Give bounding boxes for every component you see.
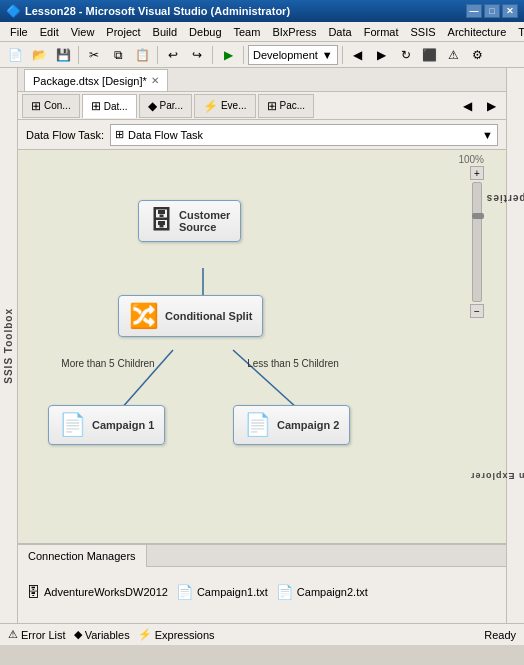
menu-edit[interactable]: Edit <box>34 24 65 40</box>
window-buttons[interactable]: — □ ✕ <box>466 4 518 18</box>
campaign1-box[interactable]: 📄 Campaign 1 <box>48 405 165 445</box>
new-project-button[interactable]: 📄 <box>4 44 26 66</box>
open-button[interactable]: 📂 <box>28 44 50 66</box>
conn-item-campaign1[interactable]: 📄 Campaign1.txt <box>176 584 268 600</box>
zoom-out-button[interactable]: − <box>470 304 484 318</box>
customer-source-box[interactable]: 🗄 Customer Source <box>138 200 241 242</box>
start-button[interactable]: ▶ <box>217 44 239 66</box>
document-tab-close[interactable]: ✕ <box>151 75 159 86</box>
tab-control-flow[interactable]: ⊞ Con... <box>22 94 80 118</box>
expressions-tab[interactable]: ⚡ Expressions <box>138 628 215 641</box>
close-button[interactable]: ✕ <box>502 4 518 18</box>
database-source-icon: 🗄 <box>149 207 173 235</box>
variables-icon: ◆ <box>74 628 82 641</box>
menu-data[interactable]: Data <box>322 24 357 40</box>
separator-5 <box>342 46 343 64</box>
toolbar-1: 📄 📂 💾 ✂ ⧉ 📋 ↩ ↪ ▶ Development ▼ ◀ ▶ ↻ ⬛ … <box>0 42 524 68</box>
title-text: Lesson28 - Microsoft Visual Studio (Admi… <box>25 5 466 17</box>
data-flow-icon: ⊞ <box>91 99 101 113</box>
adventureworks-icon: 🗄 <box>26 584 40 600</box>
ssis-toolbox-panel[interactable]: SSIS Toolbox <box>0 68 18 623</box>
document-tab[interactable]: Package.dtsx [Design]* ✕ <box>24 69 168 91</box>
separator-1 <box>78 46 79 64</box>
menu-ssis[interactable]: SSIS <box>405 24 442 40</box>
save-button[interactable]: 💾 <box>52 44 74 66</box>
menu-bar: File Edit View Project Build Debug Team … <box>0 22 524 42</box>
menu-test[interactable]: Test <box>512 24 524 40</box>
conn-item-adventureworks[interactable]: 🗄 AdventureWorksDW2012 <box>26 584 168 600</box>
conditional-split-label: Conditional Split <box>165 310 252 322</box>
adventureworks-label: AdventureWorksDW2012 <box>44 586 168 598</box>
expressions-icon: ⚡ <box>138 628 152 641</box>
task-dropdown[interactable]: ⊞ Data Flow Task ▼ <box>110 124 498 146</box>
configuration-dropdown[interactable]: Development ▼ <box>248 45 338 65</box>
design-canvas[interactable]: 🗄 Customer Source 🔀 Conditional Split Mo… <box>18 150 506 543</box>
settings-button[interactable]: ⚙ <box>467 44 489 66</box>
tab-parameters[interactable]: ◆ Par... <box>139 94 192 118</box>
menu-file[interactable]: File <box>4 24 34 40</box>
redo-button[interactable]: ↪ <box>186 44 208 66</box>
menu-format[interactable]: Format <box>358 24 405 40</box>
tab-data-flow[interactable]: ⊞ Dat... <box>82 94 137 118</box>
stop-button[interactable]: ⬛ <box>419 44 441 66</box>
campaign1-conn-icon: 📄 <box>176 584 193 600</box>
document-tab-label: Package.dtsx [Design]* <box>33 75 147 87</box>
campaign2-conn-icon: 📄 <box>276 584 293 600</box>
campaign1-component[interactable]: 📄 Campaign 1 <box>48 405 165 445</box>
variables-label: Variables <box>85 629 130 641</box>
right-panel: Properties Solution Explorer <box>506 68 524 623</box>
menu-build[interactable]: Build <box>147 24 183 40</box>
zoom-track[interactable] <box>472 182 482 302</box>
vs-icon: 🔷 <box>6 4 21 18</box>
separator-2 <box>157 46 158 64</box>
menu-debug[interactable]: Debug <box>183 24 227 40</box>
zoom-thumb[interactable] <box>472 213 484 219</box>
conn-managers-tab[interactable]: Connection Managers <box>18 545 147 567</box>
conditional-split-box[interactable]: 🔀 Conditional Split <box>118 295 263 337</box>
menu-team[interactable]: Team <box>228 24 267 40</box>
error-list-tab[interactable]: ⚠ Error List <box>8 628 66 641</box>
customer-source-component[interactable]: 🗄 Customer Source <box>138 200 241 242</box>
conditional-split-component[interactable]: 🔀 Conditional Split <box>118 295 263 337</box>
refresh-button[interactable]: ↻ <box>395 44 417 66</box>
tab-data-flow-label: Dat... <box>104 101 128 112</box>
task-selector: Data Flow Task: ⊞ Data Flow Task ▼ <box>18 120 506 150</box>
zoom-slider[interactable]: + − <box>470 166 484 318</box>
minimize-button[interactable]: — <box>466 4 482 18</box>
maximize-button[interactable]: □ <box>484 4 500 18</box>
campaign2-component[interactable]: 📄 Campaign 2 <box>233 405 350 445</box>
menu-architecture[interactable]: Architecture <box>442 24 513 40</box>
menu-view[interactable]: View <box>65 24 101 40</box>
menu-bixpress[interactable]: BIxPress <box>266 24 322 40</box>
status-bar: ⚠ Error List ◆ Variables ⚡ Expressions R… <box>0 623 524 645</box>
nav-back-button[interactable]: ◀ <box>347 44 369 66</box>
conn-item-campaign2[interactable]: 📄 Campaign2.txt <box>276 584 368 600</box>
tab-package-explorer[interactable]: ⊞ Pac... <box>258 94 315 118</box>
ready-status: Ready <box>484 629 516 641</box>
campaign2-label: Campaign 2 <box>277 419 339 431</box>
campaign2-icon: 📄 <box>244 412 271 438</box>
conn-managers-tab-label: Connection Managers <box>28 550 136 562</box>
scroll-left-button[interactable]: ◀ <box>456 95 478 117</box>
campaign1-label: Campaign 1 <box>92 419 154 431</box>
copy-button[interactable]: ⧉ <box>107 44 129 66</box>
error-button[interactable]: ⚠ <box>443 44 465 66</box>
task-selector-label: Data Flow Task: <box>26 129 104 141</box>
zoom-in-button[interactable]: + <box>470 166 484 180</box>
event-handlers-icon: ⚡ <box>203 99 218 113</box>
undo-button[interactable]: ↩ <box>162 44 184 66</box>
menu-project[interactable]: Project <box>100 24 146 40</box>
nav-forward-button[interactable]: ▶ <box>371 44 393 66</box>
variables-tab[interactable]: ◆ Variables <box>74 628 130 641</box>
designer-tabs: ⊞ Con... ⊞ Dat... ◆ Par... ⚡ Eve... ⊞ Pa… <box>18 92 506 120</box>
customer-source-label: Customer <box>179 209 230 221</box>
campaign2-box[interactable]: 📄 Campaign 2 <box>233 405 350 445</box>
tab-event-handlers-label: Eve... <box>221 100 247 111</box>
scroll-right-button[interactable]: ▶ <box>480 95 502 117</box>
separator-4 <box>243 46 244 64</box>
flow-label-less: Less than 5 Children <box>238 358 348 369</box>
tab-event-handlers[interactable]: ⚡ Eve... <box>194 94 256 118</box>
paste-button[interactable]: 📋 <box>131 44 153 66</box>
cut-button[interactable]: ✂ <box>83 44 105 66</box>
campaign2-conn-label: Campaign2.txt <box>297 586 368 598</box>
